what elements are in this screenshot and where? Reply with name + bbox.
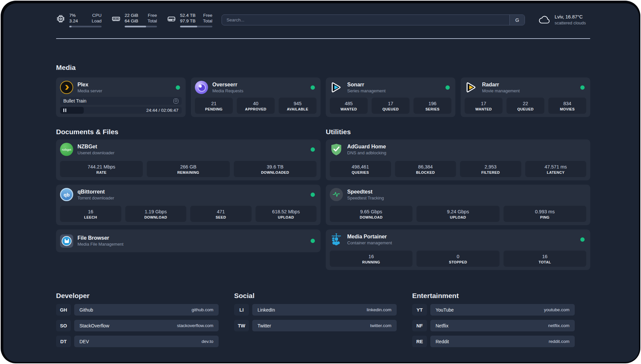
- top-bar: 7%CPU 3.24Load 22 GiBFree 64 GiBTotal: [56, 12, 590, 28]
- playback-progress-bar[interactable]: 24:44 / 02:06:47: [60, 107, 182, 114]
- ram-free-value: 22 GiB: [125, 13, 138, 18]
- documents-column: nzbget NZBGet Usenet downloader 744.21 M…: [56, 139, 320, 252]
- stat-box: 16LEECH: [60, 206, 121, 222]
- radarr-icon: [465, 81, 478, 94]
- qbittorrent-icon: qb: [60, 188, 73, 201]
- stat-box: 618.52 MbpsUPLOAD: [256, 206, 317, 222]
- app-title: Overseerr: [212, 81, 243, 88]
- app-subtitle: Container management: [347, 240, 392, 246]
- app-card-filebrowser[interactable]: File Browser Media File Management: [56, 229, 320, 252]
- link-name: Netflix: [436, 323, 448, 328]
- link-reddit[interactable]: RE Redditreddit.com: [412, 336, 575, 347]
- app-card-radarr[interactable]: Radarr Movie management 17WANTED 22QUEUE…: [461, 77, 590, 117]
- cpu-icon: [56, 14, 65, 23]
- sonarr-icon: [330, 81, 343, 94]
- app-card-speedtest[interactable]: Speedtest Speedtest Tracking 9.65 GbpsDO…: [326, 185, 590, 225]
- app-title: Radarr: [482, 81, 520, 88]
- link-github[interactable]: GH Githubgithub.com: [56, 304, 219, 316]
- cloud-icon: [538, 15, 551, 25]
- link-twitter[interactable]: TW Twittertwitter.com: [234, 320, 397, 331]
- link-name: LinkedIn: [258, 307, 275, 313]
- cpu-stat: 7%CPU 3.24Load: [56, 13, 102, 27]
- link-abbr: SO: [56, 320, 71, 331]
- disk-progress-bar: [180, 26, 212, 27]
- stat-box: 9.24 GbpsUPLOAD: [416, 206, 499, 222]
- app-title: AdGuard Home: [347, 143, 386, 150]
- link-url: twitter.com: [370, 323, 391, 328]
- stat-box: 945AVAILABLE: [279, 98, 317, 114]
- header-divider: [56, 38, 590, 39]
- disk-stat: 52.4 TBFree 97.9 TBTotal: [167, 13, 212, 27]
- app-card-qbittorrent[interactable]: qb qBittorrent Torrent downloader 16LEEC…: [56, 185, 320, 225]
- cpu-usage-value: 7%: [69, 13, 76, 18]
- disk-icon: [167, 14, 176, 23]
- link-name: StackOverflow: [79, 323, 109, 328]
- search-input[interactable]: [222, 15, 509, 25]
- now-playing-title: Bullet Train: [63, 98, 86, 104]
- cpu-load-value: 3.24: [69, 18, 78, 24]
- system-stats: 7%CPU 3.24Load 22 GiBFree 64 GiBTotal: [56, 13, 212, 27]
- weather-location-temp: Lviv, 16.87°C: [555, 14, 586, 20]
- link-name: DEV: [79, 339, 89, 344]
- link-abbr: TW: [234, 320, 249, 331]
- section-title-utilities: Utilities: [326, 127, 590, 137]
- link-url: stackoverflow.com: [177, 323, 213, 328]
- ram-progress-bar: [125, 26, 157, 27]
- app-card-sonarr[interactable]: Sonarr Series management 485WANTED 17QUE…: [326, 77, 455, 117]
- media-grid: Plex Media server Bullet Train 24:44 / 0…: [56, 77, 590, 117]
- app-title: qBittorrent: [77, 189, 114, 195]
- adguard-icon: [330, 143, 343, 156]
- portainer-icon: [330, 233, 343, 246]
- stat-box: 39.6 TBDOWNLOADED: [234, 161, 317, 177]
- dashboard-page: 7%CPU 3.24Load 22 GiBFree 64 GiBTotal: [3, 3, 639, 362]
- app-subtitle: Media Requests: [212, 88, 243, 94]
- stat-box: 0STOPPED: [416, 251, 499, 267]
- app-card-portainer[interactable]: Media Portainer Container management 16R…: [326, 229, 590, 270]
- stat-box: 22QUEUED: [506, 98, 544, 114]
- section-title-documents: Documents & Files: [56, 127, 320, 137]
- speedtest-icon: [330, 188, 343, 201]
- ram-free-label: Free: [148, 13, 157, 18]
- pause-icon[interactable]: [63, 108, 66, 112]
- app-title: Speedtest: [347, 189, 384, 195]
- app-subtitle: Speedtest Tracking: [347, 195, 384, 201]
- link-dev[interactable]: DT DEVdev.to: [56, 336, 219, 347]
- stat-box: 40APPROVED: [237, 98, 275, 114]
- app-subtitle: DNS and adblocking: [347, 150, 386, 156]
- now-playing-row: Bullet Train: [60, 97, 182, 105]
- link-name: Github: [79, 307, 93, 313]
- search-engine-button[interactable]: G: [509, 15, 525, 25]
- app-subtitle: Series management: [347, 88, 385, 94]
- app-card-plex[interactable]: Plex Media server Bullet Train 24:44 / 0…: [56, 77, 186, 117]
- window-frame: 7%CPU 3.24Load 22 GiBFree 64 GiBTotal: [1, 1, 640, 363]
- stat-box: 744.21 MbpsRATE: [60, 161, 143, 177]
- stat-box: 0.993 msPING: [504, 206, 586, 222]
- link-linkedin[interactable]: LI LinkedInlinkedin.com: [234, 304, 397, 316]
- stat-box: 16RUNNING: [330, 251, 412, 267]
- status-online-dot: [176, 85, 180, 90]
- link-abbr: NF: [412, 320, 427, 331]
- overseerr-icon: [195, 81, 208, 94]
- cpu-load-label: Load: [92, 18, 102, 24]
- link-stackoverflow[interactable]: SO StackOverflowstackoverflow.com: [56, 320, 219, 331]
- app-card-overseerr[interactable]: Overseerr Media Requests 21PENDING 40APP…: [191, 77, 320, 117]
- app-subtitle: Movie management: [482, 88, 520, 94]
- section-title-media: Media: [56, 63, 590, 73]
- stat-box: 9.65 GbpsDOWNLOAD: [330, 206, 412, 222]
- app-title: Media Portainer: [347, 233, 392, 240]
- weather-condition: scattered clouds: [555, 20, 586, 26]
- app-title: File Browser: [77, 235, 123, 241]
- section-title-developer: Developer: [56, 291, 219, 301]
- link-youtube[interactable]: YT YouTubeyoutube.com: [412, 304, 575, 316]
- app-card-nzbget[interactable]: nzbget NZBGet Usenet downloader 744.21 M…: [56, 139, 320, 180]
- app-subtitle: Media server: [77, 88, 102, 94]
- stat-box: 47.571 msLATENCY: [525, 161, 587, 177]
- link-abbr: RE: [412, 336, 427, 347]
- status-online-dot: [311, 193, 315, 197]
- stat-box: 485WANTED: [330, 98, 368, 114]
- app-card-adguard[interactable]: AdGuard Home DNS and adblocking 498,461Q…: [326, 139, 590, 180]
- link-netflix[interactable]: NF Netflixnetflix.com: [412, 320, 575, 331]
- app-subtitle: Media File Management: [77, 241, 123, 247]
- link-url: netflix.com: [548, 323, 569, 328]
- status-online-dot: [445, 85, 450, 90]
